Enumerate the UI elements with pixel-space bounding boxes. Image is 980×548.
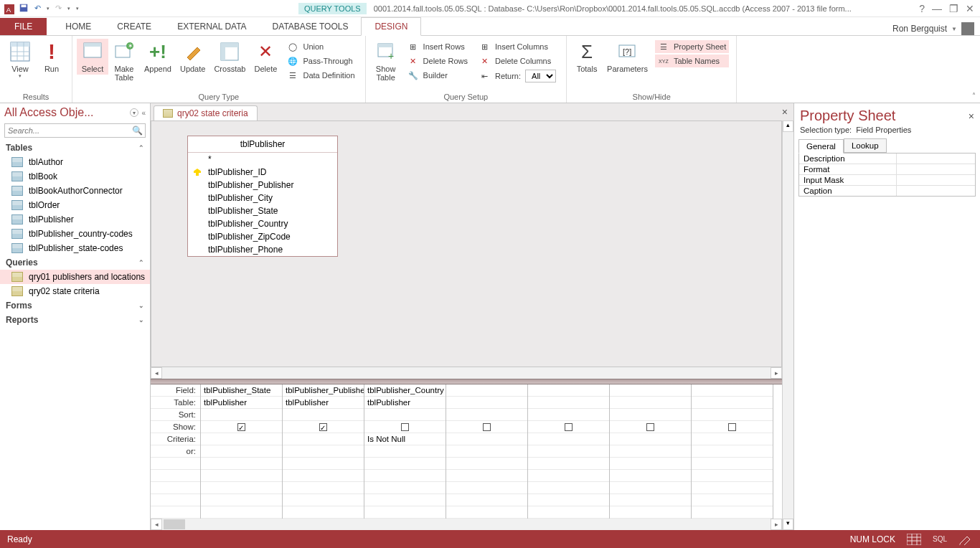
show-checkbox[interactable] <box>237 423 245 431</box>
tab-design[interactable]: DESIGN <box>361 17 421 36</box>
nav-item-tblbookauthorconnector[interactable]: tblBookAuthorConnector <box>0 184 150 198</box>
collapse-ribbon-button[interactable]: ˄ <box>967 36 980 103</box>
nav-item-tblpublisher-country-codes[interactable]: tblPublisher_country-codes <box>0 227 150 241</box>
field-item[interactable]: tblPublisher_ZipCode <box>188 230 337 243</box>
builder-button[interactable]: 🔧Builder <box>405 69 471 82</box>
nav-item-qry01[interactable]: qry01 publishers and locations <box>0 270 150 284</box>
view-sql-icon[interactable]: SQL <box>933 534 947 545</box>
property-row[interactable]: Input Mask <box>799 175 975 186</box>
show-checkbox[interactable] <box>319 423 327 431</box>
return-dropdown[interactable]: All <box>525 70 556 82</box>
grid-column[interactable]: tblPublisher_CountrytblPublisherIs Not N… <box>364 384 446 519</box>
grid-column[interactable] <box>528 384 610 519</box>
scroll-left-icon[interactable]: ◂ <box>151 519 162 530</box>
tab-database-tools[interactable]: DATABASE TOOLS <box>260 18 362 35</box>
field-item[interactable]: tblPublisher_ID <box>188 166 337 179</box>
delete-query-button[interactable]: ✕ Delete <box>250 39 281 75</box>
delete-columns-button[interactable]: ✕Delete Columns <box>476 55 559 67</box>
field-item[interactable]: tblPublisher_Publisher <box>188 179 337 192</box>
delete-rows-button[interactable]: ✕Delete Rows <box>405 55 471 67</box>
update-button[interactable]: Update <box>176 39 209 75</box>
grid-column[interactable] <box>610 384 692 519</box>
diagram-hscrollbar[interactable]: ◂ ▸ <box>151 367 782 379</box>
property-row[interactable]: Format <box>799 164 975 175</box>
tab-lookup[interactable]: Lookup <box>844 138 887 153</box>
undo-icon[interactable]: ↶ <box>33 2 42 14</box>
property-sheet-close-button[interactable]: × <box>969 110 974 122</box>
insert-columns-button[interactable]: ⊞Insert Columns <box>476 40 559 53</box>
show-checkbox[interactable] <box>401 423 409 431</box>
nav-group-forms[interactable]: Forms⌄ <box>0 298 150 313</box>
scroll-down-icon[interactable]: ▾ <box>783 519 793 530</box>
property-row[interactable]: Caption <box>799 186 975 196</box>
view-datasheet-icon[interactable] <box>907 534 921 545</box>
show-checkbox[interactable] <box>565 423 573 431</box>
redo-dropdown[interactable]: ▾ <box>66 4 72 13</box>
scroll-up-icon[interactable]: ▴ <box>783 121 793 132</box>
field-item[interactable]: tblPublisher_City <box>188 192 337 204</box>
pane-splitter[interactable] <box>151 379 782 384</box>
insert-rows-button[interactable]: ⊞Insert Rows <box>405 40 471 53</box>
union-button[interactable]: ◯Union <box>284 40 357 53</box>
run-button[interactable]: ! Run <box>36 39 67 75</box>
nav-group-tables[interactable]: Tables⌃ <box>0 141 150 155</box>
grid-column[interactable] <box>692 384 773 519</box>
close-icon[interactable]: ✕ <box>966 4 974 14</box>
grid-column[interactable] <box>446 384 528 519</box>
nav-menu-icon[interactable]: ▾ <box>130 108 138 117</box>
search-input[interactable] <box>4 123 146 138</box>
field-item[interactable]: tblPublisher_Phone <box>188 243 337 256</box>
table-names-button[interactable]: XYZTable Names <box>655 55 729 67</box>
undo-dropdown[interactable]: ▾ <box>45 4 51 13</box>
nav-group-reports[interactable]: Reports⌄ <box>0 313 150 327</box>
show-checkbox[interactable] <box>728 423 736 431</box>
grid-column[interactable]: tblPublisher_PublishertblPublisher <box>283 384 364 519</box>
minimize-icon[interactable]: — <box>932 4 942 14</box>
nav-item-tblpublisher-state-codes[interactable]: tblPublisher_state-codes <box>0 241 150 255</box>
scroll-right-icon[interactable]: ▸ <box>771 519 782 530</box>
nav-pane-header[interactable]: All Access Obje... ▾ « <box>0 103 150 122</box>
document-tab-qry02[interactable]: qry02 state criteria <box>154 105 258 121</box>
show-checkbox[interactable] <box>646 423 654 431</box>
grid-hscrollbar[interactable]: ◂ ▸ <box>151 519 782 530</box>
tab-file[interactable]: FILE <box>0 18 47 35</box>
document-close-button[interactable]: × <box>782 106 788 118</box>
access-app-icon[interactable]: A <box>3 3 14 14</box>
view-button[interactable]: View ▾ <box>4 39 36 80</box>
qat-customize-icon[interactable]: ▾ <box>75 4 80 13</box>
append-button[interactable]: +! Append <box>140 39 176 75</box>
nav-collapse-icon[interactable]: « <box>141 109 146 117</box>
nav-item-tblbook[interactable]: tblBook <box>0 169 150 184</box>
parameters-button[interactable]: [?] Parameters <box>603 39 652 75</box>
search-icon[interactable]: 🔍 <box>132 126 143 136</box>
save-icon[interactable] <box>17 1 30 16</box>
scroll-thumb[interactable] <box>164 519 185 529</box>
field-star[interactable]: * <box>188 153 337 166</box>
select-query-button[interactable]: Select <box>77 39 108 75</box>
field-item[interactable]: tblPublisher_State <box>188 204 337 217</box>
nav-item-tblpublisher[interactable]: tblPublisher <box>0 212 150 227</box>
diagram-pane[interactable]: tblPublisher * tblPublisher_ID tblPublis… <box>151 121 782 367</box>
nav-group-queries[interactable]: Queries⌃ <box>0 255 150 270</box>
tab-external-data[interactable]: EXTERNAL DATA <box>164 18 259 35</box>
tab-home[interactable]: HOME <box>52 18 104 35</box>
grid-column[interactable]: tblPublisher_StatetblPublisher <box>201 384 283 519</box>
tab-general[interactable]: General <box>798 139 844 153</box>
table-field-list[interactable]: tblPublisher * tblPublisher_ID tblPublis… <box>187 136 338 257</box>
data-definition-button[interactable]: ☰Data Definition <box>284 69 357 82</box>
totals-button[interactable]: Σ Totals <box>571 39 603 75</box>
nav-item-tblauthor[interactable]: tblAuthor <box>0 155 150 169</box>
property-row[interactable]: Description <box>799 153 975 164</box>
redo-icon[interactable]: ↷ <box>54 2 63 14</box>
scroll-left-icon[interactable]: ◂ <box>151 367 162 379</box>
vscrollbar[interactable]: ▴ ▾ <box>782 121 793 530</box>
nav-item-tblorder[interactable]: tblOrder <box>0 198 150 212</box>
view-design-icon[interactable] <box>958 534 973 545</box>
show-table-button[interactable]: + Show Table <box>370 39 402 83</box>
show-checkbox[interactable] <box>483 423 491 431</box>
make-table-button[interactable]: ✶ Make Table <box>108 39 140 83</box>
scroll-right-icon[interactable]: ▸ <box>771 367 782 379</box>
user-account[interactable]: Ron Bergquist ▼ <box>892 22 980 35</box>
nav-item-qry02[interactable]: qry02 state criteria <box>0 284 150 298</box>
restore-icon[interactable]: ❐ <box>949 4 958 14</box>
